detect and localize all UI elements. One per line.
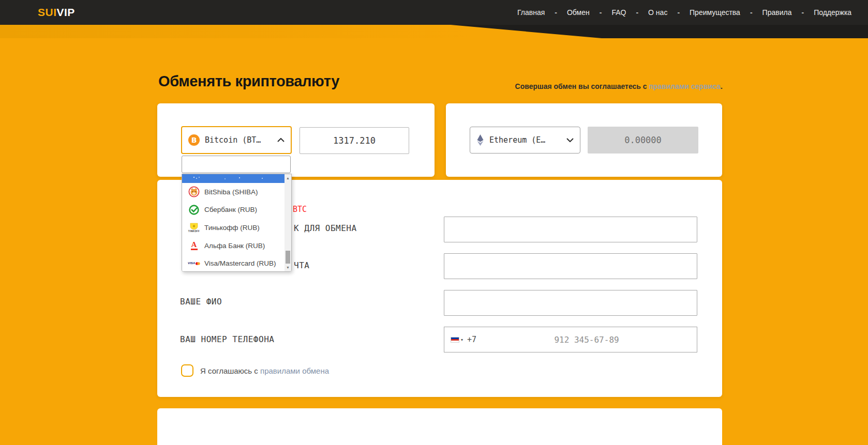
scrollbar-up-icon[interactable]: ▲ xyxy=(285,174,291,182)
nav-separator: - xyxy=(801,8,804,17)
email-label-fragment: ЧТА xyxy=(294,260,309,270)
scrollbar-thumb[interactable] xyxy=(286,251,290,264)
exchange-rules-link[interactable]: правилами обмена xyxy=(260,366,329,375)
wallet-input[interactable] xyxy=(444,217,697,242)
from-currency-label: Bitcoin (BT… xyxy=(205,135,261,145)
email-input[interactable] xyxy=(444,253,697,279)
chevron-down-icon xyxy=(566,138,574,142)
ethereum-icon xyxy=(476,134,484,146)
top-navigation-bar: SUIVIP Главная - Обмен - FAQ - О нас - П… xyxy=(0,0,868,25)
nav-item-home[interactable]: Главная xyxy=(517,8,545,17)
logo-part-orange: SUI xyxy=(38,6,57,18)
currency-option-label: Сбербанк (RUB) xyxy=(204,206,257,213)
to-currency-select[interactable]: Ethereum (E… xyxy=(470,127,580,154)
bitshiba-icon xyxy=(188,185,200,198)
agree-text: Я соглашаюсь с xyxy=(200,366,260,375)
service-rules-note: Совершая обмен вы соглашаетесь с правила… xyxy=(466,82,723,90)
currency-option-visa-mastercard[interactable]: VISA Visa/Mastercard (RUB) xyxy=(182,254,285,272)
agree-checkbox[interactable] xyxy=(181,364,193,377)
nav-separator: - xyxy=(555,8,557,17)
nav-item-advantages[interactable]: Преимущества xyxy=(690,8,740,17)
visa-word: VISA xyxy=(188,262,195,265)
country-selector[interactable]: ▾ xyxy=(451,337,463,343)
alfabank-icon: A xyxy=(188,239,200,252)
bitcoin-icon: B xyxy=(188,134,200,146)
tinkoff-icon-caption: TINKOFF xyxy=(188,230,200,233)
nav-separator: - xyxy=(636,8,638,17)
dropdown-scrollbar[interactable]: ▲ ▼ xyxy=(285,174,291,271)
phone-input-group: ▾ +7 xyxy=(444,327,697,352)
flag-caret-icon: ▾ xyxy=(461,337,463,342)
wallet-label-fragment: К ДЛЯ ОБМЕНА xyxy=(294,223,357,233)
sberbank-icon xyxy=(188,203,200,217)
agree-checkbox-row: Я соглашаюсь с правилами обмена xyxy=(181,364,329,377)
nav-separator: - xyxy=(750,8,753,17)
nav-separator: - xyxy=(600,8,602,17)
service-rules-text: Совершая обмен вы соглашаетесь с xyxy=(515,82,649,90)
currency-option-label: Visa/Mastercard (RUB) xyxy=(204,259,276,267)
phone-label: ВАШ НОМЕР ТЕЛЕФОНА xyxy=(180,334,274,344)
logo-part-white: VIP xyxy=(57,6,75,18)
to-amount-output xyxy=(588,127,698,154)
next-section-panel xyxy=(157,408,722,445)
nav-item-exchange[interactable]: Обмен xyxy=(567,8,590,17)
from-currency-select[interactable]: B Bitcoin (BT… xyxy=(181,126,292,154)
chevron-up-icon xyxy=(277,138,285,142)
page-title: Обменять криптовалюту xyxy=(158,73,339,90)
currency-option-label: Тинькофф (RUB) xyxy=(204,224,260,232)
site-logo[interactable]: SUIVIP xyxy=(38,6,75,19)
currency-option-label: BitShiba (SHIBA) xyxy=(204,188,258,196)
tinkoff-icon: TINKOFF xyxy=(188,221,200,234)
to-currency-label: Ethereum (E… xyxy=(489,135,545,145)
nav-item-rules[interactable]: Правила xyxy=(762,8,792,17)
phone-input[interactable] xyxy=(476,327,697,352)
nav-separator: - xyxy=(677,8,680,17)
currency-option-label: Альфа Банк (RUB) xyxy=(204,242,265,250)
nav-item-support[interactable]: Поддержка xyxy=(814,8,851,17)
fullname-input[interactable] xyxy=(444,290,697,316)
currency-option-selected-partial[interactable] xyxy=(182,174,285,183)
phone-country-code: +7 xyxy=(467,335,476,344)
currency-option-tinkoff[interactable]: TINKOFF Тинькофф (RUB) xyxy=(182,219,285,237)
visa-mastercard-icon: VISA xyxy=(188,257,200,270)
currency-dropdown-list: BitShiba (SHIBA) Сбербанк (RUB) xyxy=(182,174,292,272)
page: SUIVIP Главная - Обмен - FAQ - О нас - П… xyxy=(0,0,868,445)
nav-item-about[interactable]: О нас xyxy=(648,8,667,17)
service-rules-period: . xyxy=(721,82,723,90)
agree-checkbox-label: Я соглашаюсь с правилами обмена xyxy=(200,366,329,375)
currency-option-sberbank[interactable]: Сбербанк (RUB) xyxy=(182,201,285,219)
currency-option-alfabank[interactable]: A Альфа Банк (RUB) xyxy=(182,237,285,255)
nav-item-faq[interactable]: FAQ xyxy=(611,8,626,17)
currency-dropdown: BitShiba (SHIBA) Сбербанк (RUB) xyxy=(182,156,292,272)
fullname-label: ВАШЕ ФИО xyxy=(180,297,222,306)
exchange-to-card: Ethereum (E… xyxy=(446,103,722,177)
from-amount-input[interactable] xyxy=(300,127,409,154)
currency-option-bitshiba[interactable]: BitShiba (SHIBA) xyxy=(182,183,285,201)
scrollbar-down-icon[interactable]: ▼ xyxy=(285,264,291,271)
min-amount-warning-fragment: BTC xyxy=(293,205,307,214)
currency-option-rows: BitShiba (SHIBA) Сбербанк (RUB) xyxy=(182,174,285,272)
russia-flag-icon xyxy=(451,337,459,343)
main-nav: Главная - Обмен - FAQ - О нас - Преимуще… xyxy=(517,0,851,25)
currency-search-input[interactable] xyxy=(182,156,291,173)
service-rules-link[interactable]: правилами сервиса xyxy=(649,82,721,90)
